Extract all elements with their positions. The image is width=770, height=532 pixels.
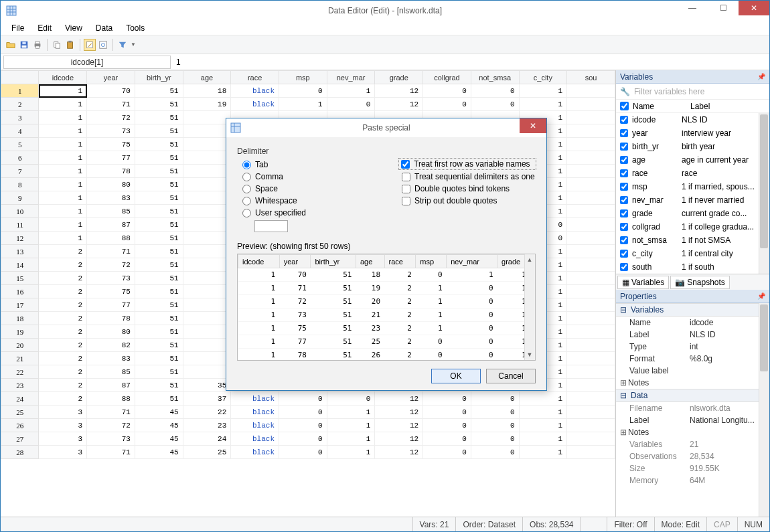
data-cell[interactable]: 0 [423, 406, 471, 419]
property-row[interactable]: Format%8.0g [616, 353, 769, 365]
data-cell[interactable] [567, 406, 615, 419]
cancel-button[interactable]: Cancel [486, 369, 536, 383]
data-cell[interactable] [567, 365, 615, 379]
data-cell[interactable]: 51 [135, 232, 183, 245]
dialog-close-button[interactable]: ✕ [520, 118, 546, 133]
data-cell[interactable]: 51 [135, 379, 183, 392]
data-cell[interactable]: 2 [39, 272, 87, 285]
data-cell[interactable]: 1 [327, 446, 375, 459]
data-cell[interactable]: 82 [87, 339, 135, 352]
pin-icon[interactable]: 📌 [757, 292, 769, 300]
data-cell[interactable]: 1 [519, 98, 567, 111]
data-cell[interactable]: 51 [135, 352, 183, 365]
data-cell[interactable]: 73 [87, 272, 135, 285]
data-cell[interactable]: black [231, 419, 279, 432]
data-cell[interactable]: 1 [39, 138, 87, 151]
delimiter-radio[interactable] [242, 185, 251, 193]
data-cell[interactable]: 1 [327, 406, 375, 419]
row-header[interactable]: 21 [1, 352, 39, 365]
data-cell[interactable]: 45 [135, 432, 183, 446]
data-cell[interactable]: 51 [135, 392, 183, 406]
property-row[interactable]: LabelNLS ID [616, 329, 769, 341]
data-cell[interactable]: 0 [327, 98, 375, 111]
property-row[interactable]: Filenamenlswork.dta [616, 402, 769, 414]
data-cell[interactable] [567, 432, 615, 446]
data-cell[interactable]: 73 [87, 124, 135, 138]
maximize-button[interactable]: ☐ [708, 1, 739, 15]
data-cell[interactable]: 12 [375, 98, 423, 111]
data-cell[interactable]: 1 [39, 205, 87, 218]
data-cell[interactable]: 12 [375, 432, 423, 446]
data-cell[interactable] [183, 178, 231, 191]
column-header[interactable]: collgrad [423, 71, 471, 84]
data-cell[interactable] [183, 151, 231, 165]
ok-button[interactable]: OK [431, 369, 481, 383]
data-cell[interactable]: 51 [135, 272, 183, 285]
data-cell[interactable] [567, 312, 615, 325]
data-cell[interactable]: 1 [39, 191, 87, 205]
data-cell[interactable]: 45 [135, 406, 183, 419]
data-cell[interactable]: 0 [471, 446, 519, 459]
data-cell[interactable]: 1 [327, 84, 375, 98]
data-cell[interactable]: 12 [375, 392, 423, 406]
properties-scrollbar[interactable] [759, 303, 769, 517]
expand-icon[interactable]: ⊞ [620, 428, 627, 437]
property-row[interactable]: Memory64M [616, 474, 769, 486]
column-header[interactable]: nev_mar [327, 71, 375, 84]
variables-filter[interactable]: 🔧 Filter variables here [616, 84, 769, 100]
data-cell[interactable]: 51 [135, 365, 183, 379]
data-cell[interactable]: 3 [39, 446, 87, 459]
data-cell[interactable]: 1 [519, 419, 567, 432]
data-cell[interactable] [183, 232, 231, 245]
data-cell[interactable]: black [231, 446, 279, 459]
property-row[interactable]: LabelNational Longitu... [616, 414, 769, 426]
property-row[interactable]: Typeint [616, 341, 769, 353]
data-cell[interactable]: 85 [87, 365, 135, 379]
data-cell[interactable] [567, 124, 615, 138]
data-cell[interactable]: 83 [87, 191, 135, 205]
data-cell[interactable] [183, 138, 231, 151]
data-cell[interactable] [567, 379, 615, 392]
column-header[interactable]: birth_yr [135, 71, 183, 84]
delimiter-radio-row[interactable]: Space [237, 184, 376, 193]
data-cell[interactable]: 51 [135, 339, 183, 352]
cell-value[interactable]: 1 [171, 58, 769, 67]
data-cell[interactable] [567, 205, 615, 218]
data-cell[interactable]: 77 [87, 151, 135, 165]
column-header[interactable]: c_city [519, 71, 567, 84]
data-cell[interactable]: black [231, 392, 279, 406]
data-cell[interactable]: black [231, 84, 279, 98]
delimiter-radio[interactable] [242, 209, 251, 217]
column-header[interactable]: idcode [39, 71, 87, 84]
delimiter-radio[interactable] [242, 161, 251, 169]
data-cell[interactable]: 3 [39, 419, 87, 432]
user-specified-input[interactable] [254, 220, 288, 232]
data-cell[interactable]: 88 [87, 392, 135, 406]
data-editor-edit-icon[interactable] [84, 39, 96, 51]
data-cell[interactable]: 51 [135, 285, 183, 298]
minimize-button[interactable]: — [677, 1, 708, 15]
row-header[interactable]: 27 [1, 432, 39, 446]
row-header[interactable]: 3 [1, 111, 39, 124]
variable-checkbox[interactable] [620, 143, 628, 151]
data-cell[interactable]: 78 [87, 312, 135, 325]
data-cell[interactable]: 0 [471, 406, 519, 419]
data-cell[interactable]: 1 [279, 98, 327, 111]
data-cell[interactable] [567, 298, 615, 312]
variable-checkbox[interactable] [620, 156, 628, 164]
data-cell[interactable]: 51 [135, 138, 183, 151]
row-header[interactable]: 14 [1, 258, 39, 272]
data-cell[interactable]: 1 [327, 432, 375, 446]
data-cell[interactable]: 1 [39, 151, 87, 165]
data-cell[interactable] [567, 446, 615, 459]
property-row[interactable]: Value label [616, 365, 769, 377]
data-cell[interactable]: 51 [135, 258, 183, 272]
data-cell[interactable]: 2 [39, 325, 87, 339]
data-cell[interactable]: 51 [135, 151, 183, 165]
data-cell[interactable]: 0 [423, 392, 471, 406]
data-cell[interactable]: 88 [87, 232, 135, 245]
data-cell[interactable]: 0 [471, 432, 519, 446]
data-cell[interactable]: 2 [39, 298, 87, 312]
data-cell[interactable]: 0 [327, 392, 375, 406]
row-header[interactable]: 16 [1, 285, 39, 298]
